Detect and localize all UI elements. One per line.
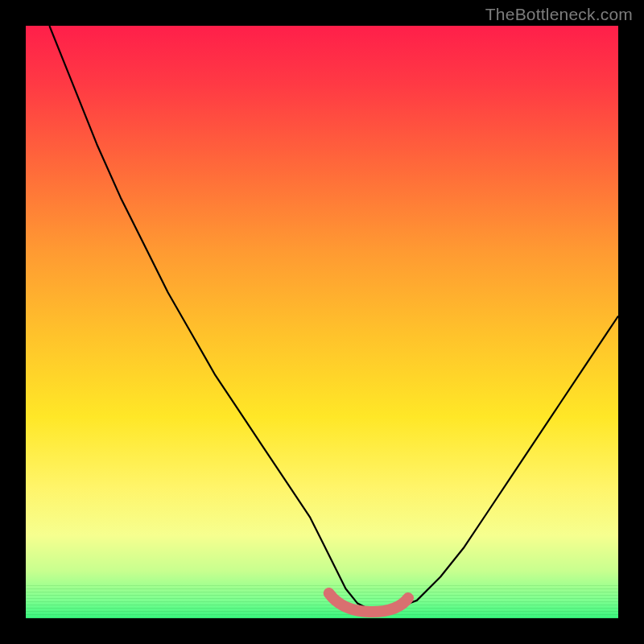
bottleneck-curve <box>49 26 618 611</box>
chart-frame: TheBottleneck.com <box>0 0 644 644</box>
watermark-text: TheBottleneck.com <box>485 5 633 24</box>
optimal-region-marker <box>329 593 408 612</box>
chart-svg <box>26 26 618 618</box>
plot-area <box>26 26 618 618</box>
